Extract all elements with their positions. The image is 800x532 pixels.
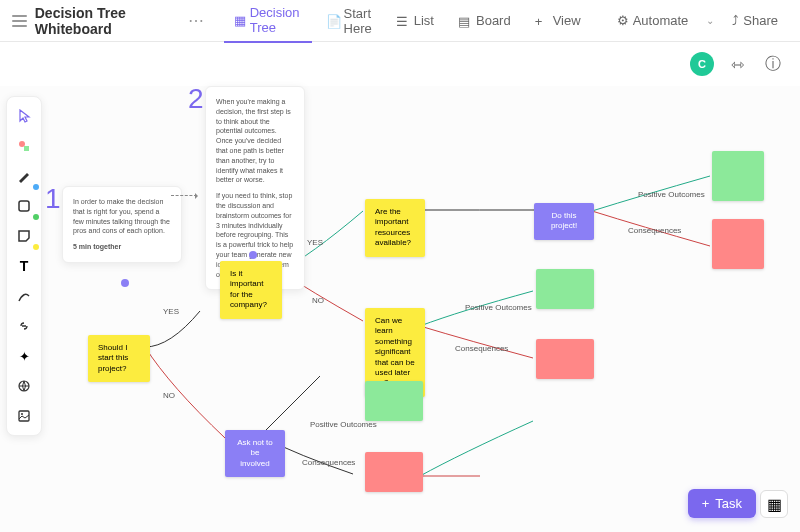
- node-blank-red[interactable]: [712, 219, 764, 269]
- ai-tool[interactable]: ✦: [11, 343, 37, 369]
- tab-start-here[interactable]: 📄Start Here: [316, 0, 382, 43]
- more-icon[interactable]: ⋯: [184, 11, 208, 30]
- note-subtext: 5 min together: [73, 242, 171, 252]
- note-card-1[interactable]: 1 In order to make the decision that is …: [62, 186, 182, 263]
- cursor-tool[interactable]: [11, 103, 37, 129]
- note-number: 1: [45, 179, 61, 218]
- sticky-tool[interactable]: [11, 223, 37, 249]
- node-do-project[interactable]: Do this project!: [534, 203, 594, 240]
- note-card-2[interactable]: 2 When you're making a decision, the fir…: [205, 86, 305, 290]
- svg-rect-2: [19, 201, 29, 211]
- list-icon: ☰: [396, 14, 410, 28]
- plus-icon: +: [702, 496, 710, 511]
- node-start[interactable]: Should I start this project?: [88, 335, 150, 382]
- edge-label-no: NO: [312, 296, 324, 305]
- task-button[interactable]: +Task: [688, 489, 756, 518]
- info-icon[interactable]: ⓘ: [760, 51, 786, 77]
- node-blank-green[interactable]: [712, 151, 764, 201]
- left-toolbar: T ✦: [6, 96, 42, 436]
- grid-icon: ▦: [767, 495, 782, 514]
- edge-label-consequences: Consequences: [302, 458, 355, 467]
- tab-decision-tree[interactable]: ▦Decision Tree: [224, 0, 312, 43]
- connector-handle[interactable]: [249, 251, 257, 259]
- fit-icon[interactable]: ⇿: [724, 51, 750, 77]
- tab-list[interactable]: ☰List: [386, 0, 444, 43]
- arrow-icon: [171, 195, 197, 196]
- edge-label-positive: Positive Outcomes: [638, 190, 705, 199]
- avatar[interactable]: C: [690, 52, 714, 76]
- note-text: When you're making a decision, the first…: [216, 97, 294, 185]
- edge-label-yes: YES: [163, 307, 179, 316]
- square-tool[interactable]: [11, 193, 37, 219]
- connector-tool[interactable]: [11, 283, 37, 309]
- share-button[interactable]: ⤴Share: [722, 8, 788, 33]
- grid-button[interactable]: ▦: [760, 490, 788, 518]
- connector-handle[interactable]: [121, 279, 129, 287]
- text-tool[interactable]: T: [11, 253, 37, 279]
- view-tabs: ▦Decision Tree 📄Start Here ☰List ▤Board …: [224, 0, 591, 43]
- tab-board[interactable]: ▤Board: [448, 0, 521, 43]
- doc-icon: 📄: [326, 14, 340, 28]
- svg-point-5: [21, 413, 23, 415]
- edge-label-positive: Positive Outcomes: [465, 303, 532, 312]
- edge-label-yes: YES: [307, 238, 323, 247]
- whiteboard-canvas[interactable]: 1 In order to make the decision that is …: [0, 86, 800, 532]
- node-blank-red[interactable]: [536, 339, 594, 379]
- plus-icon: +: [535, 14, 549, 28]
- node-resources[interactable]: Are the important resources available?: [365, 199, 425, 257]
- share-icon: ⤴: [732, 13, 739, 28]
- board-icon: ▤: [458, 14, 472, 28]
- link-tool[interactable]: [11, 313, 37, 339]
- shapes-tool[interactable]: [11, 133, 37, 159]
- menu-icon[interactable]: [12, 12, 27, 30]
- chevron-down-icon[interactable]: ⌄: [706, 15, 714, 26]
- page-title: Decision Tree Whiteboard: [35, 5, 176, 37]
- edge-label-consequences: Consequences: [628, 226, 681, 235]
- note-text: In order to make the decision that is ri…: [73, 197, 171, 236]
- pen-tool[interactable]: [11, 163, 37, 189]
- node-blank-green[interactable]: [365, 381, 423, 421]
- note-number: 2: [188, 79, 204, 118]
- image-tool[interactable]: [11, 403, 37, 429]
- web-tool[interactable]: [11, 373, 37, 399]
- edge-label-no: NO: [163, 391, 175, 400]
- node-important[interactable]: Is it important for the company?: [220, 261, 282, 319]
- node-blank-red[interactable]: [365, 452, 423, 492]
- node-blank-green[interactable]: [536, 269, 594, 309]
- automate-button[interactable]: ⚙Automate: [607, 8, 699, 33]
- edge-label-positive: Positive Outcomes: [310, 420, 377, 429]
- edge-label-consequences: Consequences: [455, 344, 508, 353]
- node-ask-not[interactable]: Ask not to be involved: [225, 430, 285, 477]
- whiteboard-icon: ▦: [234, 13, 246, 27]
- automate-icon: ⚙: [617, 13, 629, 28]
- tab-add-view[interactable]: +View: [525, 0, 591, 43]
- svg-rect-1: [24, 146, 29, 151]
